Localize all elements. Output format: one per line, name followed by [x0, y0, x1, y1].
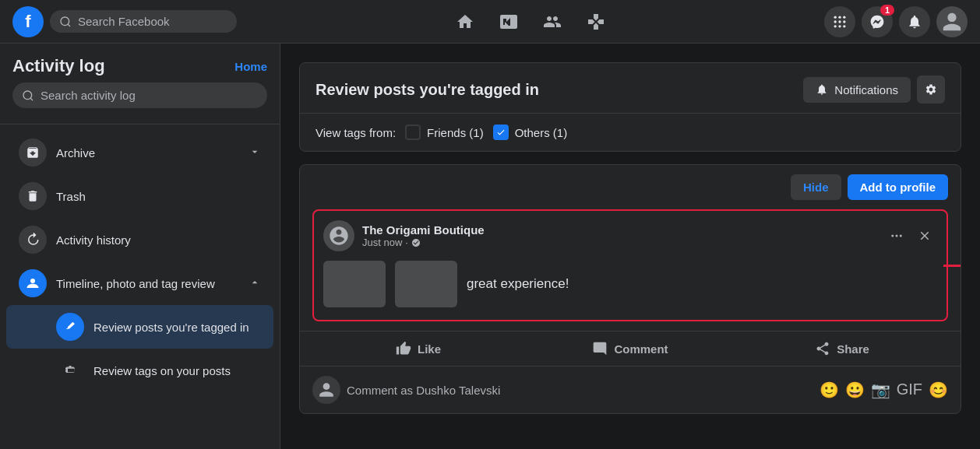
- comment-input[interactable]: Comment as Dushko Talevski: [347, 384, 813, 397]
- emoji-icon[interactable]: 🙂: [820, 381, 839, 399]
- svg-point-10: [843, 25, 845, 27]
- friends-option-label: Friends (1): [427, 126, 484, 139]
- like-icon: [396, 341, 411, 356]
- post-controls: [884, 223, 937, 248]
- svg-line-12: [30, 98, 33, 100]
- trash-icon: [19, 182, 47, 210]
- review-tags-icon: [56, 356, 84, 384]
- user-avatar[interactable]: [936, 6, 968, 37]
- nav-center-icons: [237, 3, 824, 40]
- view-tags-label: View tags from:: [316, 126, 396, 139]
- sidebar-item-activity-history[interactable]: Activity history: [6, 218, 273, 261]
- author-avatar: [323, 220, 354, 251]
- hide-button[interactable]: Hide: [791, 174, 841, 200]
- post-actions-top: Hide Add to profile: [300, 165, 961, 209]
- others-option-label: Others (1): [515, 126, 568, 139]
- sidebar: Activity log Home Search activity log Ar…: [0, 44, 280, 449]
- search-activity-placeholder: Search activity log: [41, 89, 136, 102]
- public-icon: [411, 238, 421, 247]
- author-meta: Just now ·: [362, 237, 485, 248]
- post-body: great experience!: [323, 258, 937, 310]
- red-arrow-indicator: [943, 259, 961, 272]
- svg-line-1: [68, 24, 70, 26]
- others-tag-option[interactable]: Others (1): [493, 125, 568, 140]
- svg-point-15: [896, 235, 898, 237]
- comment-icons: 🙂 😀 📷 GIF 😊: [820, 381, 948, 399]
- share-icon: [815, 341, 830, 356]
- camera-icon[interactable]: 📷: [871, 381, 890, 399]
- friends-checkbox[interactable]: [405, 125, 421, 140]
- sticker-icon[interactable]: 😀: [845, 381, 865, 399]
- comment-label: Comment: [614, 342, 668, 356]
- svg-point-7: [843, 20, 845, 23]
- svg-point-9: [838, 25, 841, 27]
- review-card-actions: Notifications: [803, 75, 945, 103]
- review-settings-button[interactable]: [917, 75, 945, 103]
- home-link[interactable]: Home: [234, 60, 267, 73]
- people-nav-btn[interactable]: [534, 3, 571, 40]
- timeline-review-label: Timeline, photo and tag review: [56, 277, 249, 290]
- topnav: f Search Facebook 1: [0, 0, 980, 44]
- post-time: Just now: [362, 237, 402, 248]
- svg-point-6: [838, 20, 841, 23]
- like-button[interactable]: Like: [312, 335, 524, 363]
- archive-label: Archive: [56, 146, 249, 160]
- comment-row: Comment as Dushko Talevski 🙂 😀 📷 GIF 😊: [300, 366, 961, 413]
- add-to-profile-button[interactable]: Add to profile: [848, 174, 949, 200]
- home-nav-btn[interactable]: [446, 3, 484, 40]
- notifications-button[interactable]: Notifications: [803, 77, 911, 103]
- main-content: Review posts you're tagged in Notificati…: [280, 44, 980, 449]
- timeline-arrow-up: [249, 276, 261, 291]
- arrow-line: [943, 265, 961, 267]
- review-card-title: Review posts you're tagged in: [316, 81, 539, 99]
- trash-label: Trash: [56, 190, 261, 203]
- sidebar-sub-review-tags[interactable]: Review tags on your posts: [6, 349, 273, 392]
- svg-point-13: [30, 279, 35, 283]
- comment-button[interactable]: Comment: [524, 335, 736, 363]
- activity-history-label: Activity history: [56, 233, 261, 247]
- gaming-nav-btn[interactable]: [577, 3, 615, 40]
- svg-point-5: [834, 20, 837, 23]
- search-icon: [22, 89, 34, 102]
- gear-icon: [925, 83, 937, 96]
- commenter-avatar: [312, 376, 340, 404]
- close-icon: [918, 229, 932, 243]
- sidebar-item-archive[interactable]: Archive: [6, 131, 273, 174]
- gif-icon[interactable]: GIF: [897, 381, 922, 399]
- messenger-badge: 1: [880, 5, 894, 16]
- sidebar-title: Activity log: [12, 56, 105, 76]
- sidebar-header: Activity log Home: [0, 56, 280, 82]
- sidebar-item-timeline-review[interactable]: Timeline, photo and tag review: [6, 261, 273, 305]
- review-card-header: Review posts you're tagged in Notificati…: [300, 63, 961, 114]
- others-checkbox[interactable]: [493, 125, 509, 140]
- post-author-row: The Origami Boutique Just now ·: [323, 220, 937, 251]
- share-button[interactable]: Share: [736, 335, 948, 363]
- activity-history-icon: [19, 226, 47, 254]
- share-label: Share: [837, 342, 869, 356]
- apps-btn[interactable]: [824, 6, 855, 37]
- post-reactions: Like Comment Share: [300, 331, 961, 366]
- svg-point-4: [843, 16, 845, 18]
- more-icon: [890, 229, 904, 243]
- post-close-btn[interactable]: [912, 223, 937, 248]
- messenger-btn[interactable]: 1: [862, 6, 893, 37]
- friends-tag-option[interactable]: Friends (1): [405, 125, 484, 140]
- notifications-btn[interactable]: [899, 6, 930, 37]
- review-tags-label: Review tags on your posts: [93, 364, 231, 377]
- post-more-btn[interactable]: [884, 223, 909, 248]
- post-text: great experience!: [467, 276, 569, 292]
- post-image-2: [395, 261, 457, 307]
- notifications-label: Notifications: [834, 83, 898, 96]
- review-posts-card: Review posts you're tagged in Notificati…: [299, 62, 961, 152]
- check-icon: [496, 128, 506, 137]
- svg-point-11: [23, 91, 32, 100]
- sidebar-item-trash[interactable]: Trash: [6, 174, 273, 218]
- search-bar[interactable]: Search Facebook: [50, 10, 237, 33]
- post-content: The Origami Boutique Just now ·: [312, 209, 948, 321]
- attachment-icon[interactable]: 😊: [929, 381, 948, 399]
- facebook-logo[interactable]: f: [12, 6, 44, 37]
- activity-log-search[interactable]: Search activity log: [12, 82, 267, 108]
- video-nav-btn[interactable]: [490, 3, 527, 40]
- svg-point-16: [900, 235, 902, 237]
- sidebar-sub-review-posts-tagged[interactable]: Review posts you're tagged in: [6, 305, 273, 349]
